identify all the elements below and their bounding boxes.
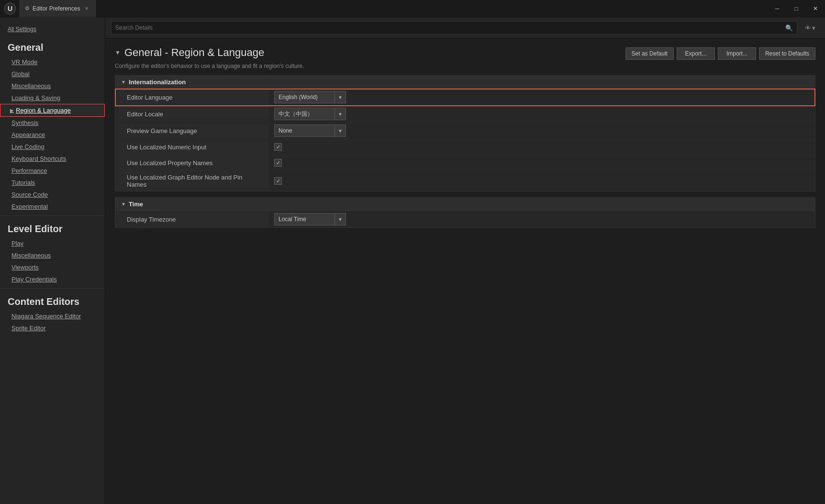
sidebar-item-level-miscellaneous[interactable]: Miscellaneous — [0, 249, 105, 261]
use-localized-numeric-input-checkbox[interactable] — [274, 143, 282, 151]
editor-language-value: English (World) ▼ — [268, 89, 815, 105]
use-localized-graph-editor-value — [268, 175, 815, 187]
sidebar-item-experimental[interactable]: Experimental — [0, 201, 105, 213]
reset-to-defaults-button[interactable]: Reset to Defaults — [759, 47, 815, 60]
content-scroll: ▼ General - Region & Language Set as Def… — [105, 39, 825, 504]
sidebar-item-miscellaneous[interactable]: Miscellaneous — [0, 80, 105, 92]
internationalization-title: Internationalization — [129, 78, 186, 86]
sidebar-item-performance[interactable]: Performance — [0, 165, 105, 177]
sidebar-item-sprite-editor[interactable]: Sprite Editor — [0, 322, 105, 334]
use-localized-graph-editor-label: Use Localized Graph Editor Node and Pin … — [115, 171, 268, 191]
preview-game-language-label: Preview Game Language — [115, 123, 268, 138]
sidebar-item-tutorials[interactable]: Tutorials — [0, 177, 105, 189]
sidebar: All Settings General VR Mode Global Misc… — [0, 17, 105, 504]
internationalization-panel: ▼ Internationalization Editor Language E… — [115, 75, 815, 191]
export-button[interactable]: Export... — [677, 47, 715, 60]
editor-language-dropdown[interactable]: English (World) ▼ — [274, 91, 346, 103]
use-localized-graph-editor-checkbox-wrap — [274, 177, 282, 185]
panel-collapse-arrow-icon: ▼ — [121, 79, 126, 85]
expand-arrow-icon: ▶ — [10, 108, 14, 113]
display-timezone-dropdown-arrow-icon: ▼ — [334, 213, 346, 225]
time-panel: ▼ Time Display Timezone Local Time ▼ — [115, 197, 815, 228]
sidebar-divider-1 — [0, 215, 105, 216]
preview-game-language-dropdown-arrow-icon: ▼ — [334, 125, 346, 136]
ue-logo-icon: U — [4, 2, 16, 15]
maximize-button[interactable]: □ — [787, 0, 806, 17]
minimize-button[interactable]: ─ — [768, 0, 787, 17]
window-controls: ─ □ ✕ — [768, 0, 825, 17]
use-localized-graph-editor-checkbox[interactable] — [274, 177, 282, 185]
editor-locale-row: Editor Locale 中文（中国） ▼ — [115, 106, 815, 123]
editor-locale-value: 中文（中国） ▼ — [268, 106, 815, 122]
editor-language-dropdown-arrow-icon: ▼ — [334, 91, 346, 103]
visibility-toggle-button[interactable]: 👁 ▾ — [801, 24, 819, 32]
sidebar-item-appearance[interactable]: Appearance — [0, 129, 105, 141]
section-collapse-arrow-icon: ▼ — [115, 49, 121, 56]
main-layout: All Settings General VR Mode Global Misc… — [0, 17, 825, 504]
editor-locale-dropdown[interactable]: 中文（中国） ▼ — [274, 108, 346, 120]
search-bar: 🔍 👁 ▾ — [105, 17, 825, 39]
use-localized-property-names-checkbox[interactable] — [274, 159, 282, 167]
close-button[interactable]: ✕ — [806, 0, 825, 17]
svg-text:U: U — [8, 5, 12, 12]
section-description: Configure the editor's behavior to use a… — [115, 63, 815, 69]
use-localized-numeric-input-checkbox-wrap — [274, 143, 282, 151]
sidebar-item-loading-saving[interactable]: Loading & Saving — [0, 92, 105, 104]
search-icon[interactable]: 🔍 — [781, 24, 797, 32]
sidebar-divider-2 — [0, 288, 105, 289]
tab-label: Editor Preferences — [33, 5, 80, 12]
section-header: ▼ General - Region & Language — [115, 46, 264, 59]
internationalization-header: ▼ Internationalization — [115, 76, 815, 89]
tab-bar: ⚙ Editor Preferences ✕ — [19, 0, 97, 17]
tab-icon: ⚙ — [25, 5, 30, 11]
search-input[interactable] — [111, 24, 781, 31]
preview-game-language-value: None ▼ — [268, 123, 815, 139]
sidebar-item-viewports[interactable]: Viewports — [0, 261, 105, 273]
display-timezone-value: Local Time ▼ — [268, 211, 815, 227]
sidebar-item-keyboard-shortcuts[interactable]: Keyboard Shortcuts — [0, 153, 105, 165]
preview-game-language-dropdown[interactable]: None ▼ — [274, 124, 346, 137]
sidebar-item-play[interactable]: Play — [0, 237, 105, 249]
time-panel-collapse-arrow-icon: ▼ — [121, 202, 126, 207]
preview-game-language-row: Preview Game Language None ▼ — [115, 123, 815, 139]
use-localized-property-names-row: Use Localized Property Names — [115, 155, 815, 171]
use-localized-property-names-checkbox-wrap — [274, 159, 282, 167]
use-localized-numeric-input-label: Use Localized Numeric Input — [115, 139, 268, 155]
preview-game-language-dropdown-text: None — [275, 127, 334, 134]
sidebar-item-play-credentials[interactable]: Play Credentials — [0, 273, 105, 285]
dropdown-chevron-icon: ▾ — [812, 24, 815, 32]
sidebar-item-source-code[interactable]: Source Code — [0, 189, 105, 201]
sidebar-item-live-coding[interactable]: Live Coding — [0, 141, 105, 153]
section-header-row: ▼ General - Region & Language Set as Def… — [115, 46, 815, 61]
sidebar-item-niagara-sequence-editor[interactable]: Niagara Sequence Editor — [0, 310, 105, 322]
sidebar-item-synthesis[interactable]: Synthesis — [0, 117, 105, 129]
display-timezone-label: Display Timezone — [115, 212, 268, 227]
editor-language-dropdown-text: English (World) — [275, 94, 334, 101]
eye-icon: 👁 — [805, 24, 811, 32]
all-settings-link[interactable]: All Settings — [0, 23, 105, 37]
sidebar-section-general: General — [0, 37, 105, 56]
sidebar-item-vr-mode[interactable]: VR Mode — [0, 56, 105, 68]
editor-locale-dropdown-text: 中文（中国） — [275, 110, 334, 118]
editor-preferences-tab[interactable]: ⚙ Editor Preferences ✕ — [19, 0, 97, 17]
editor-locale-label: Editor Locale — [115, 106, 268, 122]
sidebar-section-content-editors: Content Editors — [0, 291, 105, 310]
editor-locale-dropdown-arrow-icon: ▼ — [334, 108, 346, 120]
display-timezone-row: Display Timezone Local Time ▼ — [115, 211, 815, 227]
title-bar: U ⚙ Editor Preferences ✕ ─ □ ✕ — [0, 0, 825, 17]
set-as-default-button[interactable]: Set as Default — [625, 47, 674, 60]
use-localized-property-names-value — [268, 157, 815, 168]
use-localized-graph-editor-row: Use Localized Graph Editor Node and Pin … — [115, 171, 815, 191]
time-panel-title: Time — [129, 201, 143, 208]
display-timezone-dropdown-text: Local Time — [275, 216, 334, 223]
display-timezone-dropdown[interactable]: Local Time ▼ — [274, 213, 346, 225]
sidebar-item-region-language[interactable]: ▶ Region & Language — [0, 104, 105, 117]
section-actions: Set as Default Export... Import... Reset… — [625, 47, 815, 60]
title-bar-left: U ⚙ Editor Preferences ✕ — [0, 0, 97, 17]
import-button[interactable]: Import... — [718, 47, 756, 60]
content-area: 🔍 👁 ▾ ▼ General - Region & Language Set … — [105, 17, 825, 504]
sidebar-item-global[interactable]: Global — [0, 68, 105, 80]
tab-close-button[interactable]: ✕ — [83, 5, 90, 12]
search-input-wrap[interactable]: 🔍 — [111, 21, 797, 34]
editor-language-label: Editor Language — [115, 90, 268, 105]
